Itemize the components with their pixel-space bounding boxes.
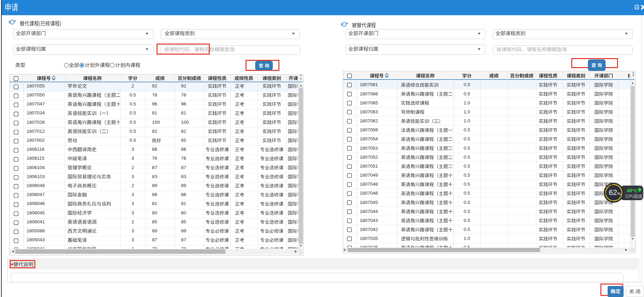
svg-text:1807048: 1807048 — [360, 182, 378, 187]
svg-text:1.0: 1.0 — [464, 118, 470, 123]
svg-text:1807012: 1807012 — [27, 129, 45, 134]
svg-text:89: 89 — [152, 228, 157, 233]
svg-text:0.5: 0.5 — [129, 101, 136, 106]
svg-text:1: 1 — [132, 246, 134, 251]
svg-text:1805043: 1805043 — [27, 237, 45, 242]
svg-text:3: 3 — [132, 147, 134, 152]
svg-text:76: 76 — [152, 156, 157, 161]
svg-text:0.5: 0.5 — [129, 92, 136, 98]
svg-text:1806047: 1806047 — [27, 192, 45, 197]
svg-text:1807035: 1807035 — [360, 236, 378, 241]
svg-text:86: 86 — [152, 147, 157, 152]
svg-text:78: 78 — [152, 92, 157, 98]
svg-text:0.5: 0.5 — [464, 209, 470, 214]
svg-text:0.5: 0.5 — [464, 182, 470, 187]
svg-text:87: 87 — [152, 237, 157, 242]
svg-text:2: 2 — [132, 219, 134, 224]
svg-text:3: 3 — [132, 228, 134, 233]
svg-text:1806041: 1806041 — [27, 219, 45, 224]
svg-text:1807044: 1807044 — [360, 209, 378, 214]
svg-text:81: 81 — [152, 201, 157, 206]
svg-text:0.5: 0.5 — [464, 146, 470, 151]
svg-text:83: 83 — [181, 174, 186, 179]
svg-text:92: 92 — [181, 83, 186, 89]
svg-text:*: * — [11, 262, 14, 269]
svg-text:89: 89 — [152, 183, 157, 188]
svg-text:83: 83 — [152, 174, 157, 179]
svg-text:3: 3 — [132, 237, 134, 242]
svg-text:1807065: 1807065 — [360, 100, 378, 105]
svg-text:1806045: 1806045 — [27, 210, 45, 215]
svg-text:1807025: 1807025 — [360, 245, 378, 250]
svg-text:0.5: 0.5 — [129, 110, 136, 115]
svg-text:1807051: 1807051 — [360, 164, 378, 169]
svg-text:100: 100 — [152, 120, 160, 125]
svg-text:0.5: 0.5 — [464, 245, 470, 250]
svg-text:1807046: 1807046 — [360, 191, 378, 196]
svg-text:1807066: 1807066 — [360, 91, 378, 96]
svg-text:89: 89 — [181, 228, 186, 233]
svg-text:80: 80 — [152, 210, 157, 215]
svg-text:0.5: 0.5 — [129, 138, 136, 143]
svg-text:85: 85 — [181, 138, 186, 143]
svg-text:0.5: 0.5 — [129, 120, 136, 125]
svg-text:1806048: 1806048 — [27, 183, 45, 188]
svg-text:0.5: 0.5 — [464, 200, 470, 205]
svg-text:1805041: 1805041 — [27, 246, 45, 251]
svg-text:1807026: 1807026 — [27, 120, 45, 125]
svg-text:CPU: CPU — [625, 194, 635, 199]
svg-text:85: 85 — [152, 219, 157, 224]
svg-text:1807052: 1807052 — [360, 155, 378, 160]
svg-text:3: 3 — [132, 201, 134, 206]
svg-text:87: 87 — [152, 165, 157, 170]
svg-text:°C: °C — [632, 188, 637, 193]
svg-text:3: 3 — [132, 174, 134, 179]
svg-text:2: 2 — [132, 183, 134, 188]
svg-text:1806046: 1806046 — [27, 201, 45, 206]
svg-text:%: % — [617, 192, 621, 196]
svg-text:0.5: 0.5 — [464, 173, 470, 178]
svg-text:76: 76 — [181, 156, 186, 161]
svg-text:0.5: 0.5 — [129, 129, 136, 134]
svg-text:81: 81 — [181, 110, 186, 115]
svg-text:3: 3 — [132, 192, 134, 197]
svg-text:0.5: 0.5 — [464, 164, 470, 169]
svg-text:1807056: 1807056 — [360, 127, 378, 132]
svg-text:2.0: 2.0 — [464, 100, 470, 105]
svg-text:1806104: 1806104 — [27, 165, 45, 170]
svg-text:85: 85 — [181, 219, 186, 224]
svg-text:82: 82 — [152, 129, 157, 134]
svg-text:86: 86 — [181, 147, 186, 152]
svg-text:78: 78 — [152, 246, 157, 251]
svg-text:100: 100 — [181, 120, 189, 125]
svg-text:1807062: 1807062 — [360, 118, 378, 123]
svg-text:1807034: 1807034 — [27, 110, 45, 115]
svg-text:1807043: 1807043 — [360, 218, 378, 223]
svg-text:1807047: 1807047 — [27, 101, 45, 106]
svg-text:0.5: 0.5 — [464, 218, 470, 223]
svg-text:1807045: 1807045 — [360, 200, 378, 205]
svg-text:1806116: 1806116 — [27, 147, 45, 152]
svg-text:78: 78 — [181, 92, 186, 98]
svg-text:0.5: 0.5 — [464, 127, 470, 132]
svg-text:87: 87 — [181, 237, 186, 242]
svg-text:3: 3 — [132, 156, 134, 161]
svg-text:2: 2 — [132, 165, 134, 170]
svg-text:86: 86 — [181, 192, 186, 197]
svg-text:96: 96 — [181, 101, 186, 106]
svg-text:0.5: 0.5 — [464, 191, 470, 196]
svg-text:1.0: 1.0 — [464, 109, 470, 114]
svg-text:80: 80 — [181, 210, 186, 215]
svg-text:40: 40 — [627, 188, 632, 193]
svg-text:81: 81 — [152, 110, 157, 115]
svg-text:2: 2 — [132, 83, 134, 89]
svg-text:1807081: 1807081 — [360, 82, 378, 87]
svg-text:1806103: 1806103 — [27, 174, 45, 179]
svg-text:1807054: 1807054 — [360, 136, 378, 141]
svg-text:1807053: 1807053 — [360, 146, 378, 151]
svg-text:0.5: 0.5 — [464, 91, 470, 96]
svg-text:1.0: 1.0 — [464, 236, 470, 241]
svg-text:0.5: 0.5 — [464, 136, 470, 141]
svg-text:87: 87 — [181, 165, 186, 170]
svg-text:86: 86 — [152, 192, 157, 197]
